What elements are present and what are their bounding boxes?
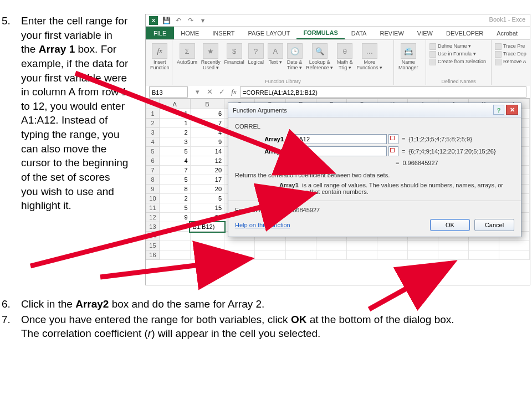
cell[interactable]: 20 — [190, 166, 224, 175]
cell[interactable]: 8 — [159, 185, 190, 194]
row-header[interactable]: 3 — [146, 128, 160, 137]
financial-button[interactable]: $Financial — [224, 42, 244, 65]
cell[interactable] — [377, 241, 408, 250]
name-box[interactable]: B13 — [149, 86, 188, 98]
tab-insert[interactable]: INSERT — [206, 27, 241, 39]
tab-view[interactable]: VIEW — [411, 27, 439, 39]
lookup-button[interactable]: 🔍Lookup & Reference ▾ — [306, 42, 333, 71]
cell[interactable] — [438, 250, 468, 260]
cell[interactable]: 6 — [190, 109, 224, 119]
row-header[interactable]: 14 — [146, 232, 160, 241]
cell[interactable]: 5 — [159, 147, 190, 156]
remove-arrows-button[interactable]: Remove A — [495, 58, 526, 65]
cell[interactable] — [408, 250, 438, 260]
enter-formula-icon[interactable]: ✓ — [216, 86, 228, 98]
array1-input[interactable] — [287, 134, 387, 144]
col-header[interactable]: A — [159, 99, 190, 109]
formula-input[interactable]: =CORREL(A1:A12,B1:B12) — [240, 86, 526, 98]
row-header[interactable]: 11 — [146, 203, 160, 213]
create-from-selection-button[interactable]: Create from Selection — [429, 58, 488, 65]
tab-developer[interactable]: DEVELOPER — [439, 27, 490, 39]
array2-refedit-icon[interactable] — [388, 146, 398, 156]
dialog-titlebar[interactable]: Function Arguments ? ✕ — [228, 103, 521, 117]
text-button[interactable]: AText ▾ — [268, 42, 283, 65]
row-header[interactable]: 5 — [146, 147, 160, 156]
fx-button-icon[interactable]: fx — [228, 86, 240, 98]
row-header[interactable]: 8 — [146, 175, 160, 185]
save-icon[interactable]: 💾 — [161, 16, 171, 25]
cell[interactable]: 26 — [190, 213, 224, 222]
qat-customize-icon[interactable]: ▾ — [198, 16, 208, 25]
cancel-formula-icon[interactable]: ✕ — [203, 86, 216, 98]
trace-precedents-button[interactable]: Trace Pre — [495, 42, 526, 50]
cell[interactable]: 20 — [190, 185, 224, 194]
cell[interactable] — [499, 241, 529, 250]
logical-button[interactable]: ?Logical — [248, 42, 264, 65]
math-trig-button[interactable]: θMath & Trig ▾ — [337, 42, 353, 71]
cell[interactable]: 5 — [190, 194, 224, 203]
cell[interactable]: 3 — [159, 137, 190, 147]
date-time-button[interactable]: 🕒Date & Time ▾ — [287, 42, 303, 71]
cell[interactable] — [408, 241, 438, 250]
cell[interactable]: 2 — [159, 194, 190, 203]
cell[interactable] — [499, 250, 529, 260]
row-header[interactable]: 13 — [146, 222, 160, 232]
dialog-close-icon[interactable]: ✕ — [506, 105, 518, 115]
tab-file[interactable]: FILE — [146, 27, 174, 39]
row-header[interactable]: 1 — [146, 109, 160, 119]
row-header[interactable]: 12 — [146, 213, 160, 222]
row-header[interactable]: 7 — [146, 166, 160, 175]
help-link[interactable]: Help on this function — [235, 222, 290, 228]
tab-acrobat[interactable]: Acrobat — [490, 27, 524, 39]
more-functions-button[interactable]: …More Functions ▾ — [356, 42, 382, 71]
tab-formulas[interactable]: FORMULAS — [296, 27, 344, 39]
cell[interactable] — [438, 241, 468, 250]
cell[interactable]: 4 — [190, 128, 224, 137]
row-header[interactable]: 2 — [146, 119, 160, 128]
cell[interactable] — [285, 241, 316, 250]
cell[interactable]: 9 — [159, 213, 190, 222]
cell[interactable]: 15 — [190, 203, 224, 213]
cell[interactable]: 5 — [159, 175, 190, 185]
cell[interactable] — [159, 241, 190, 250]
cell[interactable]: 1 — [159, 119, 190, 128]
cell[interactable] — [285, 250, 316, 260]
cell[interactable] — [468, 250, 499, 260]
tab-page-layout[interactable]: PAGE LAYOUT — [241, 27, 296, 39]
cell[interactable] — [468, 241, 499, 250]
cell[interactable] — [346, 241, 377, 250]
spreadsheet-grid[interactable]: ABCDEFGHIJKL1162173244395514641277208517… — [146, 99, 530, 285]
cell[interactable]: 14 — [190, 147, 224, 156]
cell[interactable] — [159, 232, 190, 241]
cell[interactable]: 9 — [190, 137, 224, 147]
define-name-button[interactable]: Define Name ▾ — [429, 42, 488, 50]
trace-dependents-button[interactable]: Trace Dep — [495, 50, 526, 58]
row-header[interactable]: 16 — [146, 250, 160, 260]
namebox-dropdown-icon[interactable]: ▾ — [191, 86, 203, 98]
row-header[interactable]: 4 — [146, 137, 160, 147]
col-header[interactable]: B — [190, 99, 224, 109]
cell[interactable] — [316, 241, 346, 250]
cancel-button[interactable]: Cancel — [474, 219, 514, 231]
redo-icon[interactable]: ↷ — [186, 16, 196, 25]
cell[interactable]: 7 — [159, 166, 190, 175]
cell[interactable]: 17 — [190, 175, 224, 185]
row-header[interactable]: 6 — [146, 156, 160, 166]
cell[interactable] — [159, 250, 190, 260]
cell[interactable]: 4 — [159, 156, 190, 166]
cell[interactable] — [224, 241, 255, 250]
cell[interactable]: 5 — [159, 203, 190, 213]
cell[interactable] — [190, 241, 224, 250]
cell[interactable] — [190, 232, 224, 241]
cell[interactable] — [346, 250, 377, 260]
cell[interactable] — [255, 250, 285, 260]
cell[interactable]: 2 — [159, 128, 190, 137]
array2-input[interactable] — [287, 146, 387, 156]
tab-review[interactable]: REVIEW — [373, 27, 410, 39]
cell[interactable]: 7 — [190, 119, 224, 128]
name-manager-button[interactable]: 📇Name Manager — [398, 42, 418, 71]
row-header[interactable]: 15 — [146, 241, 160, 250]
cell[interactable] — [255, 241, 285, 250]
cell[interactable] — [316, 250, 346, 260]
cell[interactable] — [159, 222, 190, 232]
